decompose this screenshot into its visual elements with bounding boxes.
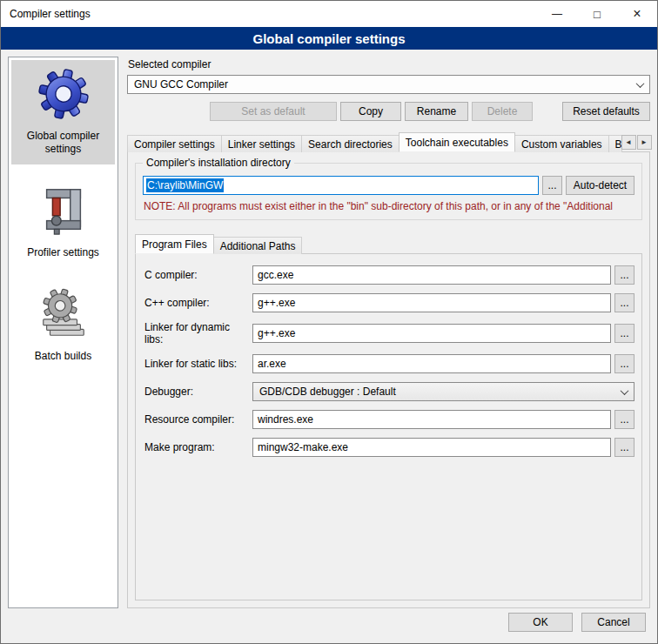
settings-category-list: Global compiler settings Profiler settin… (8, 57, 118, 608)
reset-defaults-button[interactable]: Reset defaults (562, 102, 650, 121)
sidebar-item-global-compiler-settings[interactable]: Global compiler settings (11, 60, 115, 164)
dynamic-linker-browse-button[interactable]: ... (614, 324, 634, 343)
installation-directory-group-title: Compiler's installation directory (143, 157, 294, 169)
sidebar-item-label: Batch builds (35, 350, 91, 363)
tab-scroll-left-button[interactable]: ◄ (621, 135, 636, 150)
blue-gear-icon (37, 67, 91, 121)
installation-directory-group: Compiler's installation directory C:\ray… (135, 163, 642, 220)
minimize-button[interactable]: — (537, 1, 577, 27)
tab-scroll-right-button[interactable]: ► (637, 135, 652, 150)
make-program-label: Make program: (139, 441, 249, 453)
left-arrow-icon: ◄ (625, 138, 632, 146)
cpp-compiler-browse-button[interactable]: ... (614, 293, 634, 312)
dialog-body: Global compiler settings Profiler settin… (1, 50, 657, 608)
c-compiler-browse-button[interactable]: ... (614, 265, 634, 285)
dynamic-linker-label: Linker for dynamic libs: (139, 321, 249, 345)
resource-compiler-browse-button[interactable]: ... (614, 410, 634, 429)
make-program-browse-button[interactable]: ... (614, 438, 634, 457)
dialog-banner-title: Global compiler settings (252, 31, 405, 46)
c-compiler-row: C compiler: gcc.exe ... (139, 265, 634, 285)
make-program-input[interactable]: mingw32-make.exe (252, 438, 611, 457)
tab-search-directories[interactable]: Search directories (301, 135, 400, 152)
dialog-banner: Global compiler settings (1, 27, 657, 50)
install-dir-browse-button[interactable]: ... (542, 176, 562, 195)
tab-additional-paths[interactable]: Additional Paths (213, 237, 303, 254)
titlebar[interactable]: Compiler settings — □ × (1, 1, 657, 27)
set-as-default-button[interactable]: Set as default (210, 102, 337, 121)
program-files-page: C compiler: gcc.exe ... C++ compiler: g+… (135, 253, 642, 600)
make-program-value: mingw32-make.exe (258, 441, 348, 453)
gray-gears-icon (37, 287, 91, 341)
cpp-compiler-value: g++.exe (258, 297, 295, 309)
tab-scrollers: ◄ ► (621, 135, 652, 150)
compiler-settings-tabs: Compiler settings Linker settings Search… (127, 132, 650, 152)
tab-custom-variables[interactable]: Custom variables (514, 135, 609, 152)
sidebar-item-profiler-settings[interactable]: Profiler settings (11, 177, 115, 268)
debugger-select[interactable]: GDB/CDB debugger : Default (252, 382, 634, 401)
dynamic-linker-value: g++.exe (258, 327, 295, 339)
sidebar-item-batch-builds[interactable]: Batch builds (11, 280, 115, 372)
static-linker-row: Linker for static libs: ar.exe ... (139, 354, 634, 373)
sidebar-item-label: Profiler settings (27, 246, 99, 259)
ok-button[interactable]: OK (508, 613, 573, 632)
cancel-button[interactable]: Cancel (581, 613, 646, 632)
dynamic-linker-row: Linker for dynamic libs: g++.exe ... (139, 321, 634, 345)
close-button[interactable]: × (617, 1, 657, 27)
bin-subdirectory-note: NOTE: All programs must exist either in … (144, 200, 634, 212)
debugger-row: Debugger: GDB/CDB debugger : Default (139, 382, 634, 401)
resource-compiler-row: Resource compiler: windres.exe ... (139, 410, 634, 429)
static-linker-value: ar.exe (258, 358, 286, 370)
resource-compiler-label: Resource compiler: (139, 413, 249, 426)
c-compiler-input[interactable]: gcc.exe (252, 265, 611, 285)
chevron-down-icon (621, 386, 629, 395)
program-files-tabs: Program Files Additional Paths (135, 234, 642, 254)
auto-detect-button[interactable]: Auto-detect (566, 176, 634, 195)
global-compiler-settings-panel: Selected compiler GNU GCC Compiler Set a… (127, 57, 650, 608)
compiler-settings-window: Compiler settings — □ × Global compiler … (0, 0, 658, 644)
maximize-button[interactable]: □ (577, 1, 617, 27)
tab-compiler-settings[interactable]: Compiler settings (127, 135, 222, 152)
minimize-icon: — (552, 8, 562, 20)
window-title: Compiler settings (1, 8, 91, 20)
c-compiler-value: gcc.exe (258, 269, 293, 281)
selected-compiler-select[interactable]: GNU GCC Compiler (127, 75, 650, 94)
dynamic-linker-input[interactable]: g++.exe (252, 324, 611, 343)
selected-compiler-value: GNU GCC Compiler (134, 78, 228, 91)
install-dir-input[interactable]: C:\raylib\MinGW (143, 176, 539, 195)
profiler-tool-icon (37, 184, 91, 238)
dialog-footer: OK Cancel (1, 608, 657, 643)
copy-button[interactable]: Copy (340, 102, 401, 121)
tab-toolchain-executables[interactable]: Toolchain executables (399, 132, 515, 152)
cpp-compiler-row: C++ compiler: g++.exe ... (139, 293, 634, 312)
debugger-value: GDB/CDB debugger : Default (259, 386, 396, 398)
install-dir-value: C:\raylib\MinGW (146, 178, 224, 192)
tab-program-files[interactable]: Program Files (135, 234, 214, 254)
static-linker-input[interactable]: ar.exe (252, 354, 611, 373)
static-linker-browse-button[interactable]: ... (614, 354, 634, 373)
toolchain-executables-page: Compiler's installation directory C:\ray… (127, 151, 650, 608)
chevron-down-icon (636, 79, 645, 88)
window-controls: — □ × (537, 1, 657, 27)
make-program-row: Make program: mingw32-make.exe ... (139, 438, 634, 457)
close-icon: × (633, 6, 641, 22)
c-compiler-label: C compiler: (139, 269, 249, 281)
sidebar-item-label: Global compiler settings (15, 130, 111, 156)
tab-build-options[interactable]: Buil (608, 135, 622, 152)
delete-button[interactable]: Delete (472, 102, 533, 121)
rename-button[interactable]: Rename (405, 102, 468, 121)
tab-linker-settings[interactable]: Linker settings (221, 135, 302, 152)
compiler-actions: Set as default Copy Rename Delete Reset … (127, 102, 650, 121)
cpp-compiler-label: C++ compiler: (139, 297, 249, 309)
debugger-label: Debugger: (139, 386, 249, 398)
right-arrow-icon: ► (641, 138, 648, 146)
resource-compiler-input[interactable]: windres.exe (252, 410, 611, 429)
selected-compiler-label: Selected compiler (128, 58, 650, 70)
static-linker-label: Linker for static libs: (139, 358, 249, 370)
cpp-compiler-input[interactable]: g++.exe (252, 293, 611, 312)
maximize-icon: □ (594, 8, 601, 21)
resource-compiler-value: windres.exe (258, 413, 313, 426)
